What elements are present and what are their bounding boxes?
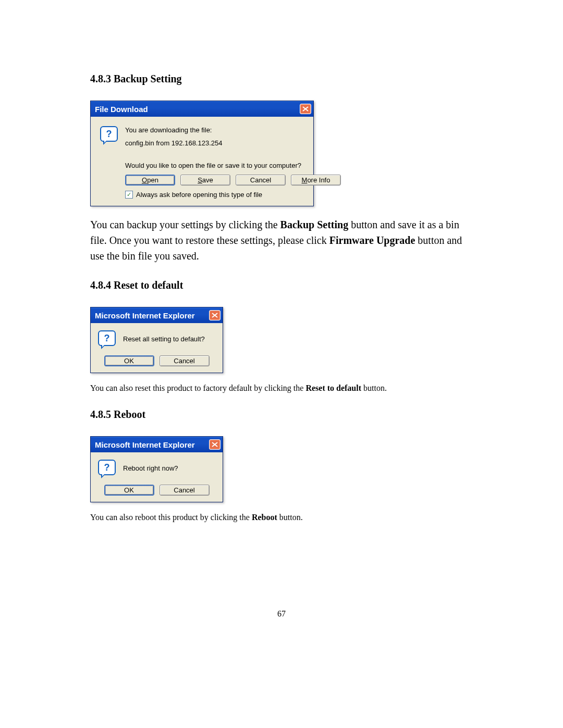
close-icon xyxy=(212,442,218,447)
close-button[interactable] xyxy=(209,439,221,450)
question-icon: ? xyxy=(98,460,115,476)
download-line2: config.bin from 192.168.123.254 xyxy=(125,139,341,147)
more-info-button[interactable]: More Info xyxy=(291,175,341,186)
dialog-titlebar: Microsoft Internet Explorer xyxy=(91,437,223,452)
always-ask-row: ✓ Always ask before opening this type of… xyxy=(125,191,341,199)
reset-paragraph: You can also reset this product to facto… xyxy=(90,384,473,393)
always-ask-label: Always ask before opening this type of f… xyxy=(136,191,262,199)
open-button[interactable]: Open xyxy=(125,175,175,186)
reboot-dialog: Microsoft Internet Explorer ? Reboot rig… xyxy=(90,436,223,502)
heading-reboot: 4.8.5 Reboot xyxy=(90,409,473,421)
ok-button[interactable]: OK xyxy=(104,485,154,496)
question-icon: ? xyxy=(98,330,115,347)
close-icon xyxy=(302,106,309,112)
save-button[interactable]: Save xyxy=(180,175,230,186)
dialog-title: Microsoft Internet Explorer xyxy=(95,440,195,449)
ok-button[interactable]: OK xyxy=(104,355,154,366)
dialog-title: Microsoft Internet Explorer xyxy=(95,311,195,320)
dialog-title: File Download xyxy=(95,105,148,114)
download-line1: You are downloading the file: xyxy=(125,126,341,134)
download-prompt: Would you like to open the file or save … xyxy=(125,162,341,169)
file-download-dialog: File Download ? You are downloading the … xyxy=(90,101,314,206)
dialog-titlebar: Microsoft Internet Explorer xyxy=(91,307,223,323)
always-ask-checkbox[interactable]: ✓ xyxy=(125,191,133,199)
cancel-button[interactable]: Cancel xyxy=(160,485,210,496)
close-icon xyxy=(212,313,218,318)
heading-backup: 4.8.3 Backup Setting xyxy=(90,73,473,85)
document-page: 4.8.3 Backup Setting File Download ? You… xyxy=(0,0,563,522)
reboot-message: Reboot right now? xyxy=(123,464,215,472)
heading-reset: 4.8.4 Reset to default xyxy=(90,279,473,291)
cancel-button[interactable]: Cancel xyxy=(160,355,210,366)
page-number: 67 xyxy=(0,609,563,619)
dialog-titlebar: File Download xyxy=(91,101,313,117)
cancel-button[interactable]: Cancel xyxy=(236,175,286,186)
close-button[interactable] xyxy=(300,104,311,114)
reset-dialog: Microsoft Internet Explorer ? Reset all … xyxy=(90,307,223,373)
reboot-paragraph: You can also reboot this product by clic… xyxy=(90,513,473,522)
reset-message: Reset all setting to default? xyxy=(123,335,215,343)
close-button[interactable] xyxy=(209,310,221,320)
question-icon: ? xyxy=(100,126,117,143)
backup-paragraph: You can backup your settings by clicking… xyxy=(90,217,473,264)
